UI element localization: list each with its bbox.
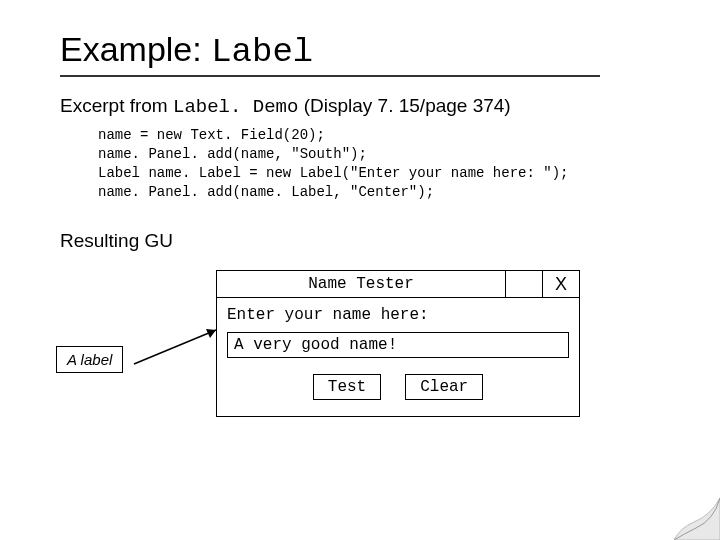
gui-prompt-label: Enter your name here: xyxy=(227,306,569,324)
close-icon[interactable]: X xyxy=(542,271,579,297)
svg-marker-1 xyxy=(206,329,216,338)
gui-body: Enter your name here: A very good name! … xyxy=(217,298,579,416)
excerpt-line: Excerpt from Label. Demo (Display 7. 15/… xyxy=(60,95,670,118)
annotation-label: A label xyxy=(56,346,123,373)
clear-button[interactable]: Clear xyxy=(405,374,483,400)
annotation-arrow-icon xyxy=(130,326,230,376)
title-underline xyxy=(60,75,600,77)
excerpt-prefix: Excerpt from xyxy=(60,95,173,116)
gui-titlebar: Name Tester X xyxy=(217,271,579,298)
page-curl-icon xyxy=(674,498,720,540)
gui-window-title: Name Tester xyxy=(217,271,505,297)
name-input[interactable]: A very good name! xyxy=(227,332,569,358)
gui-button-row: Test Clear xyxy=(227,374,569,402)
resulting-label: Resulting GU xyxy=(60,230,173,252)
title-mono: Label xyxy=(211,33,313,71)
test-button[interactable]: Test xyxy=(313,374,381,400)
gui-window: Name Tester X Enter your name here: A ve… xyxy=(216,270,580,417)
title-prefix: Example: xyxy=(60,30,211,68)
svg-line-0 xyxy=(134,330,216,364)
gui-titlebar-box xyxy=(505,271,542,297)
code-block: name = new Text. Field(20); name. Panel.… xyxy=(98,126,670,202)
slide-title: Example: Label xyxy=(60,30,670,71)
excerpt-mono: Label. Demo xyxy=(173,96,298,118)
excerpt-suffix: (Display 7. 15/page 374) xyxy=(298,95,510,116)
